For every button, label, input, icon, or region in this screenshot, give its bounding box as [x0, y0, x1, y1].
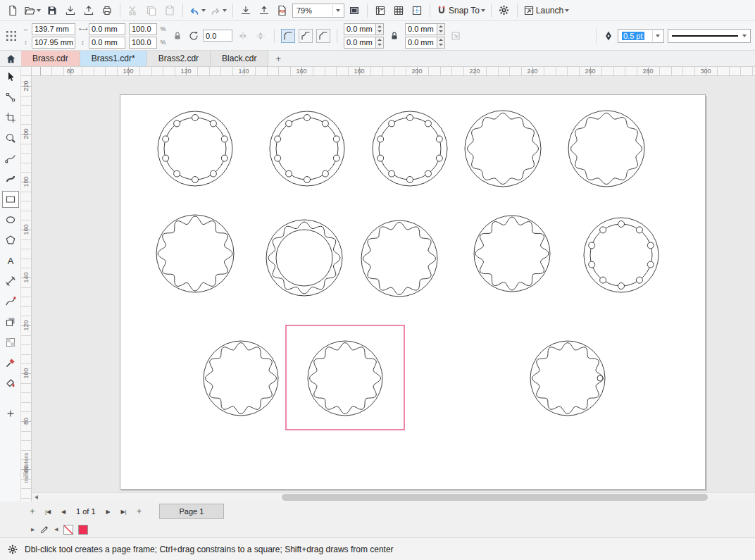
size-height-field[interactable]: 0.0 mm [89, 37, 125, 49]
text-tool[interactable]: A [2, 252, 19, 269]
crop-tool[interactable] [2, 109, 19, 126]
polygon-tool[interactable] [2, 232, 19, 249]
paste-button[interactable] [161, 2, 178, 19]
save-button[interactable] [44, 2, 61, 19]
last-page-button[interactable]: ▶| [117, 504, 131, 518]
publish-pdf-button[interactable]: PDF [274, 2, 291, 19]
horizontal-ruler[interactable]: 80100120140160180200220240260280300 [32, 67, 755, 76]
new-tab-button[interactable]: + [268, 51, 288, 66]
redo-button[interactable] [208, 2, 228, 19]
zoom-tool[interactable] [2, 130, 19, 147]
corner-bl-field[interactable]: 0.0 mm [344, 37, 376, 49]
scroll-left-arrow-icon[interactable] [35, 495, 38, 499]
lock-corners-button[interactable] [387, 29, 401, 43]
position-y-field[interactable]: 107.95 mm [32, 37, 75, 49]
options-button[interactable] [496, 2, 513, 19]
snap-to-dropdown[interactable]: Snap To [435, 2, 487, 19]
print-button[interactable] [99, 2, 116, 19]
tab-black[interactable]: Black.cdr [211, 51, 268, 66]
transparency-tool[interactable] [2, 334, 19, 351]
new-document-button[interactable] [4, 2, 21, 19]
home-button[interactable] [0, 51, 21, 66]
artistic-media-tool[interactable] [2, 170, 19, 187]
chamfered-corner-button[interactable] [316, 29, 330, 43]
freehand-tool[interactable] [2, 150, 19, 167]
circle-object[interactable] [308, 341, 382, 416]
horizontal-scrollbar[interactable] [32, 492, 755, 502]
circle-object[interactable] [530, 341, 605, 416]
tab-brass1[interactable]: Brass1.cdr* [80, 51, 147, 66]
ellipse-tool[interactable] [2, 211, 19, 228]
corner-tl-stepper[interactable] [376, 23, 384, 35]
import-button[interactable] [62, 2, 79, 19]
page-tab[interactable]: Page 1 [159, 504, 225, 519]
vertical-ruler[interactable]: 2202001801601401201008060 millimeters [21, 76, 32, 502]
show-rulers-button[interactable] [372, 2, 389, 19]
circle-object[interactable] [568, 111, 644, 187]
rotation-field[interactable]: 0.0 [203, 30, 232, 42]
zoom-level-combo[interactable]: 79% [292, 4, 344, 18]
corner-bl-stepper[interactable] [376, 37, 384, 49]
next-page-button[interactable]: ▶ [101, 504, 116, 518]
copy-button[interactable] [143, 2, 160, 19]
corner-tr-stepper[interactable] [437, 23, 445, 35]
circle-object[interactable] [361, 220, 437, 297]
export-file-button[interactable] [256, 2, 273, 19]
corner-br-stepper[interactable] [437, 37, 445, 49]
previous-page-button[interactable]: ◀ [56, 504, 70, 518]
palette-expand-icon[interactable]: ▶ [31, 527, 35, 533]
circle-object[interactable] [266, 220, 342, 296]
first-page-button[interactable]: |◀ [41, 504, 55, 518]
circle-object[interactable] [584, 218, 659, 292]
scale-y-field[interactable]: 100.0 [129, 37, 157, 49]
dimension-tool[interactable] [2, 273, 19, 290]
position-x-field[interactable]: 139.7 mm [32, 23, 75, 35]
mirror-horizontal-button[interactable] [236, 29, 250, 43]
mirror-vertical-button[interactable] [254, 29, 268, 43]
add-page-button-end[interactable]: + [132, 504, 146, 518]
pick-tool[interactable] [2, 68, 19, 85]
scrollbar-thumb[interactable] [282, 494, 708, 501]
outline-width-combo[interactable]: 0.5 pt [618, 29, 664, 43]
export-button[interactable] [80, 2, 97, 19]
object-origin-selector[interactable] [4, 29, 18, 43]
cut-button[interactable] [125, 2, 142, 19]
line-style-dropdown[interactable] [668, 29, 751, 43]
drawing-canvas[interactable] [32, 76, 755, 502]
relative-corner-scaling-button[interactable] [449, 29, 463, 43]
status-gear-icon[interactable] [7, 544, 18, 555]
circle-object[interactable] [474, 216, 550, 292]
launch-dropdown[interactable]: Launch [522, 2, 570, 19]
circle-object[interactable] [204, 341, 278, 416]
show-guidelines-button[interactable] [408, 2, 425, 19]
corner-tr-field[interactable]: 0.0 mm [405, 23, 437, 35]
connector-tool[interactable] [2, 293, 19, 310]
import-file-button[interactable] [237, 2, 254, 19]
fill-tool[interactable] [2, 375, 19, 392]
circle-object[interactable] [156, 215, 234, 292]
round-corner-button[interactable] [281, 29, 295, 43]
show-grid-button[interactable] [390, 2, 407, 19]
corner-tl-field[interactable]: 0.0 mm [344, 23, 376, 35]
circle-object[interactable] [270, 111, 344, 186]
fullscreen-preview-button[interactable] [346, 2, 363, 19]
palette-red-swatch[interactable] [78, 525, 88, 535]
undo-button[interactable] [187, 2, 207, 19]
add-tool-button[interactable] [2, 405, 19, 422]
scale-x-field[interactable]: 100.0 [129, 23, 157, 35]
corner-br-field[interactable]: 0.0 mm [405, 37, 437, 49]
ruler-origin-corner[interactable] [21, 67, 32, 76]
circle-object[interactable] [158, 111, 232, 186]
no-fill-swatch[interactable] [63, 525, 73, 535]
drop-shadow-tool[interactable] [2, 313, 19, 330]
eyedropper-tool[interactable] [2, 354, 19, 371]
node-handle[interactable] [597, 375, 603, 381]
shape-tool[interactable] [2, 89, 19, 106]
scalloped-corner-button[interactable] [299, 29, 313, 43]
rectangle-tool[interactable] [2, 191, 19, 208]
add-page-button[interactable]: + [25, 504, 39, 518]
open-button[interactable] [23, 2, 42, 19]
tab-brass2[interactable]: Brass2.cdr [147, 51, 211, 66]
palette-pen-icon[interactable] [39, 525, 49, 535]
circle-object[interactable] [373, 111, 447, 186]
